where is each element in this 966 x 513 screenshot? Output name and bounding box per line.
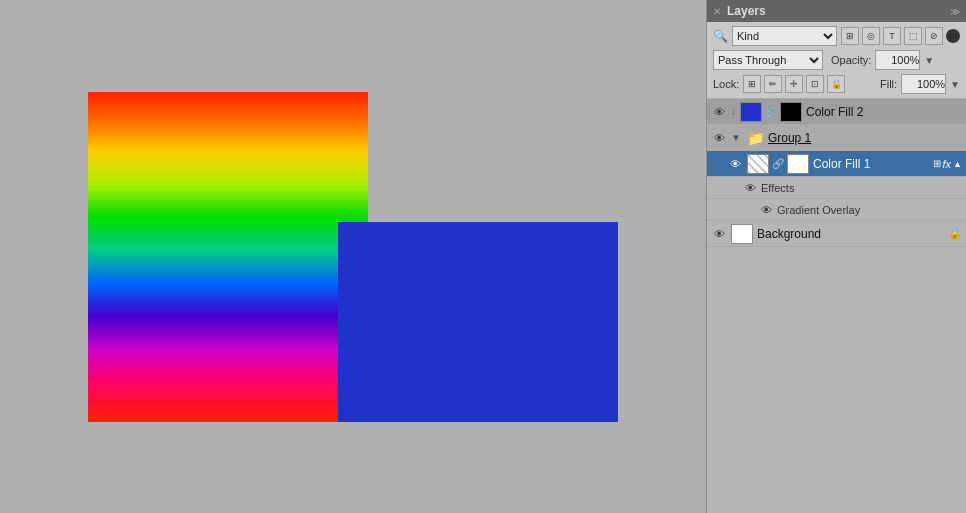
opacity-arrow[interactable]: ▼ (924, 55, 934, 66)
fill-arrow[interactable]: ▼ (950, 79, 960, 90)
layers-panel: ✕ Layers ≫ 🔍 Kind ⊞ ◎ T ⬚ ⊘ Pass Through (706, 0, 966, 513)
panel-titlebar: ✕ Layers ≫ (707, 0, 966, 22)
layer-name-color-fill-2: Color Fill 2 (806, 105, 962, 119)
filter-kind-select[interactable]: Kind (732, 26, 837, 46)
group-fold-icon[interactable]: ▼ (731, 132, 741, 143)
layer-smart-icon: ⊞ (933, 158, 941, 169)
layer-arrow-icon: ↓ (731, 106, 736, 117)
lock-all-btn[interactable]: 🔒 (827, 75, 845, 93)
layer-thumb-color-fill-2b (780, 102, 802, 122)
layer-fx-label: fx (943, 158, 952, 170)
effects-row: 👁 Effects (707, 177, 966, 199)
panel-title: Layers (727, 4, 766, 18)
layer-expand-arrow[interactable]: ▲ (953, 159, 962, 169)
filter-row: 🔍 Kind ⊞ ◎ T ⬚ ⊘ (713, 26, 960, 46)
blue-rectangle (338, 222, 618, 422)
layer-name-group-1: Group 1 (768, 131, 962, 145)
filter-smart-btn[interactable]: ⊘ (925, 27, 943, 45)
panel-close-icon[interactable]: ✕ (713, 6, 721, 17)
blend-mode-select[interactable]: Pass Through (713, 50, 823, 70)
opacity-label: Opacity: (831, 54, 871, 66)
blend-row: Pass Through Opacity: ▼ (713, 50, 960, 70)
layer-thumb-color-fill-1b (787, 154, 809, 174)
filter-toggle-circle[interactable] (946, 29, 960, 43)
layer-link-color-fill-2: 🔗 (766, 104, 776, 120)
group-folder-icon: 📁 (747, 130, 764, 146)
fill-input[interactable] (901, 74, 946, 94)
gradient-overlay-row: 👁 Gradient Overlay (707, 199, 966, 221)
rainbow-canvas (88, 92, 618, 422)
eye-icon-group-1[interactable]: 👁 (711, 130, 727, 146)
layer-color-fill-1[interactable]: 👁 🔗 Color Fill 1 ⊞ fx ▲ (707, 151, 966, 177)
lock-row: Lock: ⊞ ✏ ✛ ⊡ 🔒 Fill: ▼ (713, 74, 960, 94)
filter-shape-btn[interactable]: ⬚ (904, 27, 922, 45)
eye-icon-color-fill-2[interactable]: 👁 (711, 104, 727, 120)
eye-icon-color-fill-1[interactable]: 👁 (727, 156, 743, 172)
effects-label: Effects (761, 182, 794, 194)
layer-color-fill-2[interactable]: 👁 ↓ 🔗 Color Fill 2 (707, 99, 966, 125)
eye-icon-background[interactable]: 👁 (711, 226, 727, 242)
filter-icons: ⊞ ◎ T ⬚ ⊘ (841, 27, 960, 45)
filter-type-btn[interactable]: T (883, 27, 901, 45)
eye-icon-gradient[interactable]: 👁 (759, 202, 773, 218)
opacity-input[interactable] (875, 50, 920, 70)
layer-list: 👁 ↓ 🔗 Color Fill 2 👁 ▼ 📁 Group 1 👁 🔗 Col… (707, 99, 966, 513)
filter-pixel-btn[interactable]: ⊞ (841, 27, 859, 45)
lock-label: Lock: (713, 78, 739, 90)
layer-link-color-fill-1: 🔗 (773, 156, 783, 172)
panel-header: 🔍 Kind ⊞ ◎ T ⬚ ⊘ Pass Through Opacity: ▼… (707, 22, 966, 99)
eye-icon-effects[interactable]: 👁 (743, 180, 757, 196)
layer-thumb-color-fill-1a (747, 154, 769, 174)
filter-adjust-btn[interactable]: ◎ (862, 27, 880, 45)
layer-thumb-color-fill-2 (740, 102, 762, 122)
rainbow-gradient (88, 92, 368, 422)
fill-label: Fill: (880, 78, 897, 90)
lock-artboard-btn[interactable]: ⊡ (806, 75, 824, 93)
layer-lock-background: 🔒 (948, 227, 962, 240)
layer-thumb-background (731, 224, 753, 244)
layer-background[interactable]: 👁 Background 🔒 (707, 221, 966, 247)
canvas-area (0, 0, 706, 513)
lock-draw-btn[interactable]: ✏ (764, 75, 782, 93)
filter-search-icon: 🔍 (713, 29, 728, 43)
layer-name-background: Background (757, 227, 944, 241)
lock-icons: ⊞ ✏ ✛ ⊡ 🔒 (743, 75, 845, 93)
lock-pixel-btn[interactable]: ⊞ (743, 75, 761, 93)
lock-move-btn[interactable]: ✛ (785, 75, 803, 93)
layer-name-color-fill-1: Color Fill 1 (813, 157, 929, 171)
panel-collapse-icon[interactable]: ≫ (950, 6, 960, 17)
canvas-wrapper (88, 92, 618, 422)
layer-fx-icons: ⊞ fx ▲ (933, 158, 962, 170)
layer-group-1[interactable]: 👁 ▼ 📁 Group 1 (707, 125, 966, 151)
gradient-overlay-label: Gradient Overlay (777, 204, 860, 216)
panel-title-left: ✕ Layers (713, 4, 766, 18)
